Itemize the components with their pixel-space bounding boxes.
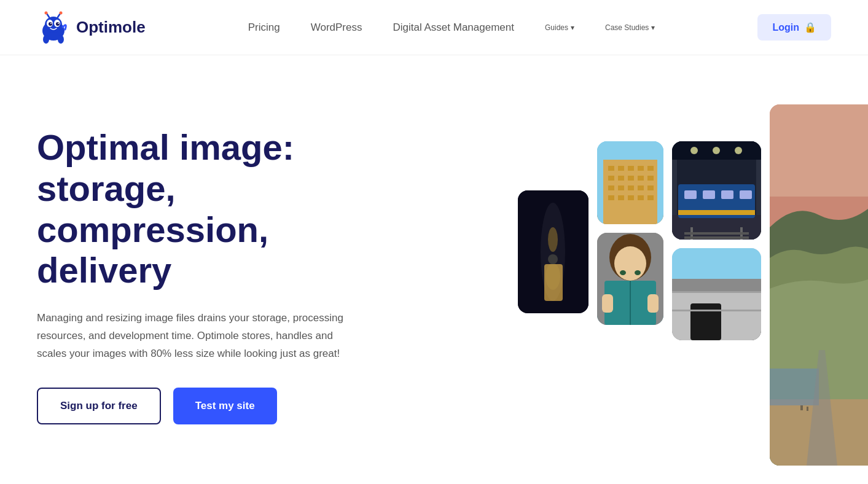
- svg-point-66: [735, 147, 742, 154]
- hero-content: Optimal image: storage, compression, del…: [37, 127, 393, 424]
- hero-image-architecture: [672, 248, 761, 340]
- svg-rect-29: [628, 176, 634, 181]
- svg-point-17: [548, 254, 558, 264]
- svg-rect-67: [672, 160, 677, 215]
- woman-book-svg: [597, 233, 663, 325]
- svg-rect-40: [638, 195, 644, 200]
- svg-rect-80: [807, 407, 808, 411]
- hero-image-subway: [672, 141, 761, 240]
- signup-button[interactable]: Sign up for free: [37, 388, 161, 424]
- image-col-4: [770, 104, 868, 466]
- svg-rect-56: [721, 190, 733, 199]
- nav-pricing[interactable]: Pricing: [248, 21, 280, 34]
- svg-rect-23: [618, 166, 624, 171]
- hero-image-collage: [315, 55, 868, 484]
- svg-point-44: [614, 246, 646, 281]
- svg-rect-62: [684, 236, 749, 239]
- hero-section: Optimal image: storage, compression, del…: [0, 55, 868, 484]
- svg-rect-68: [756, 160, 761, 215]
- svg-rect-35: [638, 185, 644, 190]
- svg-rect-36: [647, 185, 654, 190]
- svg-rect-34: [628, 185, 634, 190]
- svg-rect-61: [684, 232, 749, 235]
- svg-rect-58: [678, 210, 755, 215]
- image-col-1: [518, 190, 588, 313]
- svg-point-5: [56, 22, 60, 26]
- svg-rect-30: [638, 176, 644, 181]
- login-label: Login: [772, 22, 799, 33]
- svg-rect-39: [628, 195, 634, 200]
- svg-rect-72: [690, 303, 721, 340]
- svg-rect-32: [608, 185, 614, 190]
- svg-rect-22: [608, 166, 614, 171]
- svg-rect-49: [602, 294, 613, 313]
- svg-rect-37: [608, 195, 614, 200]
- coastal-svg: [770, 104, 868, 466]
- svg-rect-27: [608, 176, 614, 181]
- svg-point-11: [60, 11, 63, 14]
- svg-point-64: [690, 147, 698, 154]
- svg-rect-24: [628, 166, 634, 171]
- architecture-svg: [672, 248, 761, 340]
- svg-point-46: [635, 270, 641, 275]
- hero-image-dark-figure: [518, 190, 588, 313]
- svg-rect-33: [618, 185, 624, 190]
- case-studies-chevron-icon: ▾: [651, 23, 655, 32]
- nav-wordpress[interactable]: WordPress: [311, 21, 362, 34]
- hero-image-building: [597, 141, 663, 224]
- lock-icon: 🔒: [804, 21, 816, 33]
- figure-svg: [518, 190, 588, 313]
- hero-title: Optimal image: storage, compression, del…: [37, 127, 393, 291]
- nav-case-studies[interactable]: Case Studies ▾: [605, 23, 655, 32]
- svg-rect-73: [672, 291, 761, 293]
- hero-image-woman-book: [597, 233, 663, 325]
- login-button[interactable]: Login 🔒: [757, 14, 831, 41]
- svg-point-13: [58, 35, 64, 44]
- svg-point-9: [45, 11, 48, 14]
- dot-pattern: // Generate dot rows inline var dots = '…: [0, 435, 622, 484]
- svg-rect-55: [703, 190, 715, 199]
- hero-subtitle: Managing and resizing image files drains…: [37, 310, 356, 363]
- logo-text: Optimole: [76, 18, 146, 37]
- svg-rect-28: [618, 176, 624, 181]
- hero-buttons: Sign up for free Test my site: [37, 388, 393, 424]
- svg-rect-38: [618, 195, 624, 200]
- svg-rect-41: [647, 195, 654, 200]
- svg-rect-31: [647, 176, 654, 181]
- svg-rect-57: [740, 190, 752, 199]
- svg-rect-50: [647, 294, 659, 313]
- svg-rect-26: [647, 166, 654, 171]
- nav-guides[interactable]: Guides ▾: [545, 23, 574, 32]
- image-col-3: [672, 141, 761, 340]
- test-my-site-button[interactable]: Test my site: [173, 388, 277, 424]
- image-col-2: [597, 141, 663, 325]
- building-svg: [597, 141, 663, 224]
- svg-rect-79: [800, 405, 803, 410]
- subway-svg: [672, 141, 761, 240]
- svg-rect-25: [638, 166, 644, 171]
- svg-point-6: [50, 23, 52, 24]
- svg-point-18: [548, 227, 558, 252]
- svg-point-7: [58, 23, 59, 24]
- svg-rect-54: [684, 190, 697, 199]
- svg-point-12: [43, 35, 49, 44]
- svg-rect-52: [672, 215, 761, 240]
- nav-digital-asset[interactable]: Digital Asset Management: [393, 21, 514, 34]
- main-nav: Pricing WordPress Digital Asset Manageme…: [248, 21, 655, 34]
- hero-image-coastal: [770, 104, 868, 466]
- guides-chevron-icon: ▾: [571, 23, 574, 32]
- svg-rect-74: [672, 310, 761, 311]
- svg-point-4: [49, 22, 52, 26]
- svg-point-45: [620, 270, 626, 275]
- svg-point-16: [545, 263, 560, 290]
- logo-icon: [37, 11, 70, 44]
- svg-point-65: [713, 147, 720, 154]
- dots-svg: var dots = ''; for(var r=0; r<4; r++) { …: [0, 447, 553, 484]
- image-grid: [518, 141, 868, 466]
- svg-rect-71: [672, 279, 761, 291]
- svg-rect-78: [770, 369, 819, 405]
- logo[interactable]: Optimole: [37, 11, 146, 44]
